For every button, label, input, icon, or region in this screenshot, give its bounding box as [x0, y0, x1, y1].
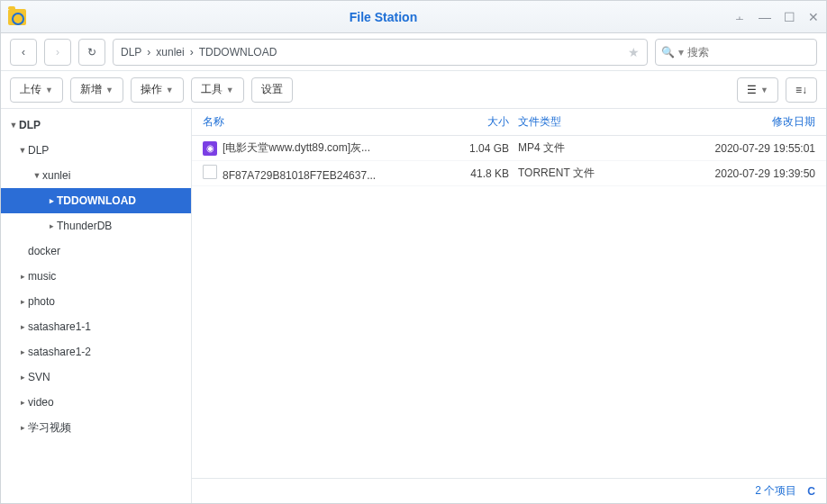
file-rows: ◉[电影天堂www.dytt89.com]灰...1.04 GBMP4 文件20… — [192, 136, 826, 478]
create-button[interactable]: 新增▼ — [70, 77, 123, 103]
close-icon[interactable]: ✕ — [808, 10, 819, 24]
tree-item[interactable]: ▸TDDOWNLOAD — [1, 188, 191, 213]
search-input[interactable] — [687, 46, 811, 58]
breadcrumb-part[interactable]: TDDOWNLOAD — [199, 46, 277, 58]
table-row[interactable]: ◉[电影天堂www.dytt89.com]灰...1.04 GBMP4 文件20… — [192, 136, 826, 161]
forward-button[interactable]: › — [44, 39, 71, 66]
tree-item[interactable]: docker — [1, 238, 191, 264]
maximize-icon[interactable]: ☐ — [784, 10, 795, 24]
refresh-button[interactable]: ↻ — [78, 39, 105, 66]
view-mode-button[interactable]: ☰ ▼ — [737, 77, 778, 103]
tree-item[interactable]: ▸学习视频 — [1, 415, 191, 440]
folder-tree: ▼DLP ▼DLP▼xunlei▸TDDOWNLOAD▸ThunderDBdoc… — [1, 109, 192, 503]
file-icon — [203, 165, 217, 179]
breadcrumb[interactable]: DLP› xunlei› TDDOWNLOAD ★ — [113, 39, 648, 66]
tree-item[interactable]: ▸satashare1-2 — [1, 339, 191, 364]
tree-item[interactable]: ▸SVN — [1, 364, 191, 390]
settings-button[interactable]: 设置 — [251, 77, 293, 103]
back-button[interactable]: ‹ — [10, 39, 37, 66]
tree-item[interactable]: ▸satashare1-1 — [1, 314, 191, 339]
file-icon: ◉ — [203, 141, 217, 156]
search-box[interactable]: 🔍▾ — [655, 39, 817, 66]
table-header: 名称 大小 文件类型 修改日期 — [192, 109, 826, 136]
pin-icon[interactable] — [733, 10, 746, 24]
file-station-window: File Station — ☐ ✕ ‹ › ↻ DLP› xunlei› TD… — [0, 0, 827, 504]
titlebar: File Station — ☐ ✕ — [1, 1, 826, 33]
app-icon — [8, 9, 26, 25]
upload-button[interactable]: 上传▼ — [10, 77, 63, 103]
status-refresh-icon[interactable]: C — [807, 485, 815, 498]
nav-toolbar: ‹ › ↻ DLP› xunlei› TDDOWNLOAD ★ 🔍▾ — [1, 33, 826, 71]
minimize-icon[interactable]: — — [759, 10, 771, 24]
tree-item[interactable]: ▼xunlei — [1, 163, 191, 188]
action-button[interactable]: 操作▼ — [131, 77, 184, 103]
tree-item[interactable]: ▼DLP — [1, 138, 191, 163]
tree-item[interactable]: ▸ThunderDB — [1, 213, 191, 238]
breadcrumb-part[interactable]: xunlei — [156, 46, 184, 58]
col-name[interactable]: 名称 — [203, 114, 446, 130]
item-count: 2 个项目 — [755, 483, 796, 499]
sort-button[interactable]: ≡↓ — [786, 77, 817, 103]
action-toolbar: 上传▼ 新增▼ 操作▼ 工具▼ 设置 ☰ ▼ ≡↓ — [1, 71, 826, 109]
tools-button[interactable]: 工具▼ — [191, 77, 244, 103]
col-size[interactable]: 大小 — [446, 114, 518, 130]
table-row[interactable]: 8F87A729B81018F7EB24637...41.8 KBTORRENT… — [192, 161, 826, 186]
col-date[interactable]: 修改日期 — [671, 114, 815, 130]
breadcrumb-part[interactable]: DLP — [121, 46, 141, 58]
tree-item[interactable]: ▸photo — [1, 289, 191, 314]
col-type[interactable]: 文件类型 — [518, 114, 671, 130]
file-list-panel: 名称 大小 文件类型 修改日期 ◉[电影天堂www.dytt89.com]灰..… — [192, 109, 826, 503]
favorite-icon[interactable]: ★ — [628, 45, 640, 59]
tree-item[interactable]: ▸video — [1, 390, 191, 415]
tree-item[interactable]: ▸music — [1, 264, 191, 289]
status-bar: 2 个项目 C — [192, 478, 826, 503]
content-area: ▼DLP ▼DLP▼xunlei▸TDDOWNLOAD▸ThunderDBdoc… — [1, 109, 826, 503]
window-title: File Station — [33, 10, 733, 24]
tree-root[interactable]: ▼DLP — [1, 112, 191, 138]
search-icon: 🔍 — [661, 46, 675, 58]
